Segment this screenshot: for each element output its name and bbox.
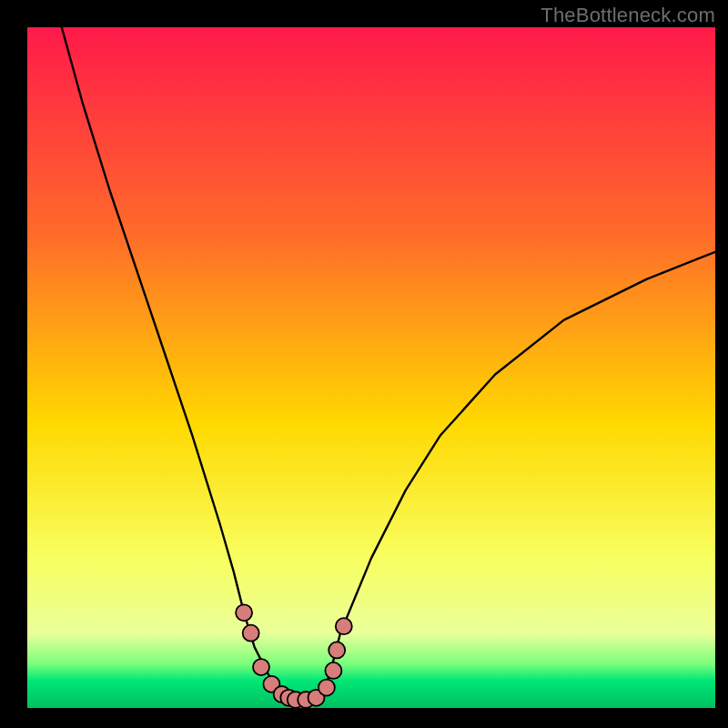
chart-frame: TheBottleneck.com (0, 0, 728, 728)
marker-right-4 (336, 618, 352, 634)
plot-background (27, 27, 715, 708)
marker-right-2 (325, 662, 341, 679)
bottleneck-plot (0, 0, 728, 728)
marker-left-2 (243, 625, 259, 642)
watermark-text: TheBottleneck.com (541, 4, 715, 27)
marker-right-3 (329, 642, 345, 658)
marker-left-3 (253, 659, 269, 675)
marker-left-1 (236, 604, 252, 621)
marker-right-1 (318, 680, 335, 696)
